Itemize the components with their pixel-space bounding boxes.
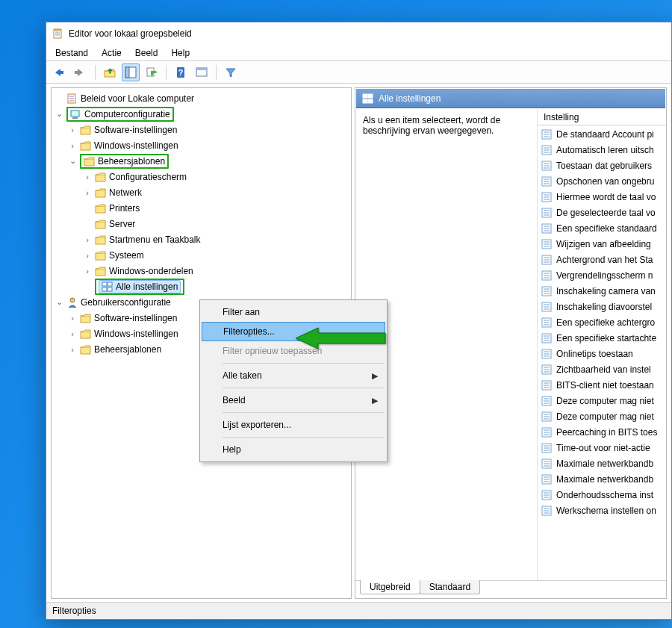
help-button[interactable]: ?	[172, 63, 190, 81]
tree-label: Beheersjablonen	[94, 344, 161, 355]
list-item[interactable]: Zichtbaarheid van instel	[538, 361, 666, 377]
collapse-icon[interactable]: ⌄	[54, 297, 64, 307]
back-button[interactable]	[51, 63, 69, 81]
tree-item[interactable]: ›Startmenu en Taakbalk	[52, 231, 350, 247]
tree-all-settings[interactable]: Alle instellingen	[52, 279, 350, 294]
tree-admin-templates[interactable]: ⌄ Beheersjablonen	[52, 153, 350, 169]
folder-icon	[80, 343, 92, 355]
svg-rect-26	[96, 222, 105, 228]
forward-button[interactable]	[72, 63, 90, 81]
expand-icon[interactable]: ›	[67, 125, 78, 134]
menu-file[interactable]: Bestand	[49, 46, 94, 60]
expand-icon[interactable]: ›	[67, 314, 78, 323]
tree-item[interactable]: ›Windows-onderdelen	[52, 263, 350, 279]
list-item[interactable]: Onderhoudsschema inst	[538, 487, 666, 503]
expand-icon[interactable]: ›	[82, 188, 93, 197]
tree-item[interactable]: ›Software-instellingen	[52, 122, 350, 137]
collapse-icon[interactable]: ⌄	[67, 156, 78, 166]
list-item[interactable]: Deze computer mag niet	[538, 408, 666, 424]
cm-help[interactable]: Help	[202, 440, 385, 459]
setting-label: De geselecteerde taal vo	[556, 208, 656, 218]
list-item[interactable]: Opschonen van ongebru	[538, 173, 666, 189]
expand-icon[interactable]: ›	[67, 141, 78, 150]
menu-action[interactable]: Actie	[96, 46, 128, 60]
svg-rect-8	[125, 67, 129, 78]
list-item[interactable]: Inschakeling diavoorstel	[538, 299, 666, 314]
tree-computer-config[interactable]: ⌄ Computerconfiguratie	[52, 106, 350, 122]
setting-icon	[541, 473, 553, 485]
list-item[interactable]: Wijzigen van afbeelding	[538, 236, 666, 252]
export-button[interactable]	[143, 63, 161, 81]
detail-title: Alle instellingen	[379, 93, 441, 104]
tree-item[interactable]: ›Windows-instellingen	[52, 137, 350, 153]
list-item[interactable]: Deze computer mag niet	[538, 393, 666, 408]
tree-item[interactable]: Printers	[52, 200, 350, 216]
list-item[interactable]: De standaard Account pi	[538, 126, 666, 142]
cm-filter-reapply: Filter opnieuw toepassen	[202, 341, 385, 361]
tab-standard[interactable]: Standaard	[420, 580, 480, 594]
svg-rect-29	[96, 269, 105, 276]
show-tree-button[interactable]	[122, 63, 140, 81]
list-item[interactable]: BITS-client niet toestaan	[538, 377, 666, 393]
cm-view[interactable]: Beeld▶	[202, 391, 385, 410]
menu-help[interactable]: Help	[165, 46, 196, 60]
filter-button[interactable]	[222, 63, 240, 81]
list-item[interactable]: Vergrendelingsscherm n	[538, 267, 666, 283]
menu-view[interactable]: Beeld	[129, 46, 164, 60]
list-item[interactable]: Peercaching in BITS toes	[538, 424, 666, 440]
svg-text:?: ?	[178, 68, 184, 77]
list-item[interactable]: Onlinetips toestaan	[538, 346, 666, 361]
setting-icon	[541, 348, 553, 360]
console-button[interactable]	[193, 63, 211, 81]
list-item[interactable]: Een specifieke standaard	[538, 220, 666, 236]
setting-label: Opschonen van ongebru	[556, 176, 654, 187]
folder-icon	[95, 187, 107, 199]
cm-export-list[interactable]: Lijst exporteren...	[202, 415, 385, 435]
expand-icon[interactable]: ›	[67, 329, 78, 338]
expand-icon[interactable]: ›	[82, 251, 93, 260]
tree-item[interactable]: ›Netwerk	[52, 184, 350, 200]
list-item[interactable]: Achtergrond van het Sta	[538, 252, 666, 267]
cm-filter-options[interactable]: Filteropties...	[202, 322, 385, 341]
expand-icon[interactable]: ›	[82, 267, 93, 276]
setting-icon	[541, 175, 553, 187]
tree-item[interactable]: Server	[52, 216, 350, 231]
tree-root[interactable]: Beleid voor Lokale computer	[52, 90, 350, 106]
list-item[interactable]: Time-out voor niet-actie	[538, 440, 666, 456]
list-item[interactable]: Automatisch leren uitsch	[538, 142, 666, 158]
expand-icon[interactable]: ›	[67, 345, 78, 354]
svg-rect-23	[96, 175, 105, 181]
list-item[interactable]: Inschakeling camera van	[538, 283, 666, 299]
detail-body: Als u een item selecteert, wordt de besc…	[355, 109, 666, 580]
tree-item[interactable]: ›Configuratiescherm	[52, 169, 350, 184]
titlebar: Editor voor lokaal groepsbeleid	[46, 22, 671, 45]
expand-icon[interactable]: ›	[82, 235, 93, 244]
column-header[interactable]: Instelling	[538, 109, 666, 125]
collapse-icon[interactable]: ⌄	[54, 109, 64, 119]
detail-tabs: Uitgebreid Standaard	[355, 580, 666, 598]
tab-extended[interactable]: Uitgebreid	[360, 579, 420, 594]
toolbar-sep	[166, 65, 167, 80]
setting-icon	[541, 426, 553, 438]
cm-all-tasks[interactable]: Alle taken▶	[202, 366, 385, 385]
list-item[interactable]: Maximale netwerkbandb	[538, 456, 666, 471]
setting-label: Onderhoudsschema inst	[556, 490, 653, 500]
setting-label: Inschakeling diavoorstel	[556, 302, 652, 312]
list-item[interactable]: Een specifieke achtergro	[538, 314, 666, 330]
list-item[interactable]: Toestaan dat gebruikers	[538, 158, 666, 173]
svg-rect-25	[96, 206, 105, 213]
list-item[interactable]: De geselecteerde taal vo	[538, 205, 666, 220]
folder-icon	[95, 171, 107, 183]
list-item[interactable]: Maximale netwerkbandb	[538, 471, 666, 487]
svg-rect-35	[81, 316, 90, 323]
tree-item[interactable]: ›Systeem	[52, 247, 350, 263]
list-item[interactable]: Hiermee wordt de taal vo	[538, 189, 666, 205]
setting-icon	[541, 332, 553, 344]
list-item[interactable]: Werkschema instellen on	[538, 503, 666, 518]
tree-label: Server	[109, 219, 135, 229]
list-item[interactable]: Een specifieke startachte	[538, 330, 666, 346]
expand-icon[interactable]: ›	[82, 172, 93, 181]
up-button[interactable]	[101, 63, 119, 81]
cm-filter-on[interactable]: Filter aan	[202, 302, 385, 322]
svg-rect-27	[96, 237, 105, 244]
